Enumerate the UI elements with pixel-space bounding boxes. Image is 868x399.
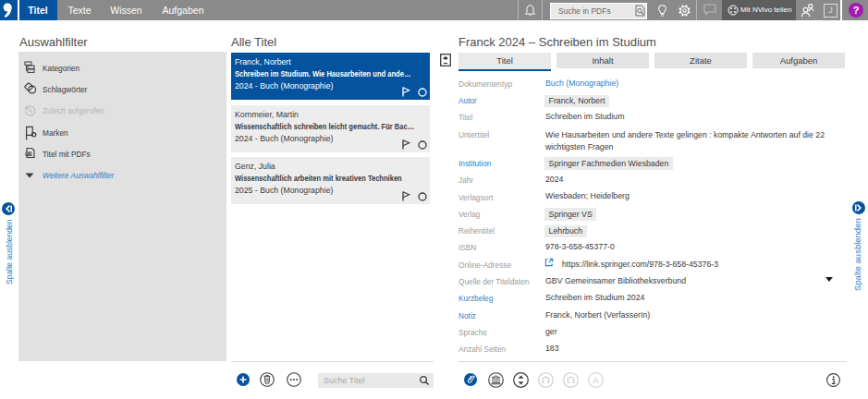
svg-text:A: A bbox=[593, 375, 599, 385]
svg-text:PDF: PDF bbox=[26, 152, 33, 156]
